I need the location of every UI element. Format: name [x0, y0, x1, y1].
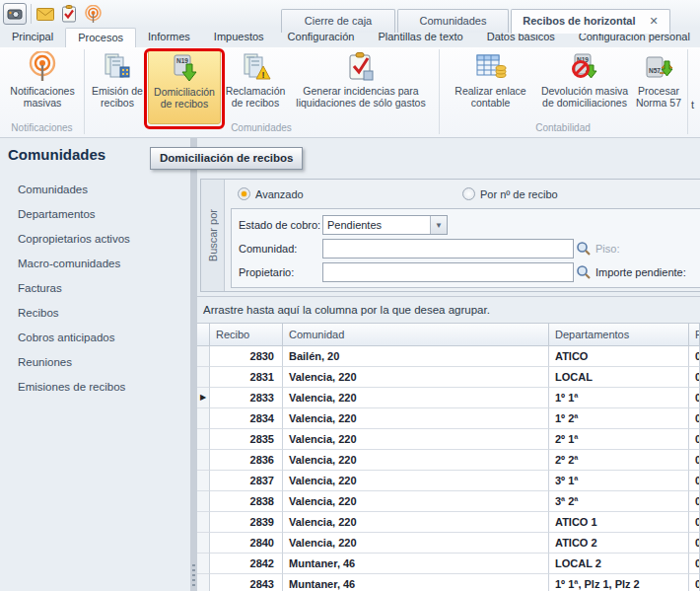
- cell-comunidad: Muntaner, 46: [283, 554, 549, 574]
- search-fields-group: Estado de cobro: Pendientes ▼ Comunidad:…: [231, 208, 700, 288]
- procesar-norma-57-button[interactable]: N57 Procesar Norma 57: [632, 49, 685, 124]
- piso-label: Piso:: [595, 243, 619, 255]
- cell-departamentos: 3ª 2ª: [549, 491, 689, 512]
- table-row[interactable]: 2839 Valencia, 220 ATICO 1 0: [197, 512, 700, 533]
- table-row[interactable]: 2840 Valencia, 220 ATICO 2 0: [197, 533, 700, 554]
- doc-tab-cierre-de-caja[interactable]: Cierre de caja: [281, 9, 395, 33]
- search-icon[interactable]: [574, 239, 594, 259]
- cell-comunidad: Valencia, 220: [283, 450, 549, 471]
- sidebar-title: Comunidades: [8, 146, 105, 163]
- comunidad-input[interactable]: [322, 239, 574, 259]
- column-header-departamentos[interactable]: Departamentos: [549, 323, 689, 346]
- cell-recibo: 2842: [210, 554, 283, 574]
- reclamacion-de-recibos-button[interactable]: ! Reclamación de recibos: [223, 49, 288, 124]
- row-gutter: [197, 408, 210, 429]
- ribbon-tab-impuestos[interactable]: Impuestos: [202, 28, 276, 47]
- sidebar-item-facturas[interactable]: Facturas: [18, 276, 130, 301]
- radio-avanzado[interactable]: Avanzado: [238, 187, 304, 200]
- close-tab-icon[interactable]: ✕: [650, 15, 659, 27]
- search-panel: Buscar por Avanzado Por nº de recibo Est…: [200, 179, 700, 292]
- grid-body: 2830 Bailén, 20 ATICO 0 2831 Valencia, 2…: [197, 346, 700, 591]
- cell-comunidad: Valencia, 220: [283, 429, 549, 450]
- sidebar-splitter[interactable]: [190, 138, 197, 591]
- radio-on-icon: [238, 187, 250, 200]
- search-icon[interactable]: [574, 262, 594, 282]
- estado-de-cobro-label: Estado de cobro:: [239, 219, 322, 231]
- table-row[interactable]: 2830 Bailén, 20 ATICO 0: [197, 346, 700, 367]
- tasks-button[interactable]: [59, 4, 79, 24]
- row-gutter: [197, 533, 210, 554]
- devolucion-masiva-button[interactable]: N19 Devolución masiva de domiciliaciones: [539, 49, 630, 124]
- radio-por-num-recibo[interactable]: Por nº de recibo: [462, 187, 558, 200]
- cell-recibo: 2836: [210, 450, 283, 471]
- table-row[interactable]: 2843 Muntaner, 46 1º 1ª, Plz 1, Plz 2 0: [197, 574, 700, 591]
- svg-text:!: !: [262, 70, 265, 80]
- realizar-enlace-contable-button[interactable]: Realizar enlace contable: [444, 49, 537, 124]
- propietario-label: Propietario:: [239, 266, 322, 278]
- sidebar-item-recibos[interactable]: Recibos: [18, 301, 130, 326]
- clipboard-check-small-icon: [61, 5, 77, 23]
- cell-f: 0: [689, 346, 700, 367]
- cell-f: 0: [689, 450, 700, 471]
- ribbon-tab-informes[interactable]: Informes: [136, 28, 202, 47]
- table-row[interactable]: 2842 Muntaner, 46 LOCAL 2 0: [197, 554, 700, 574]
- sidebar-item-emisiones-de-recibos[interactable]: Emisiones de recibos: [18, 375, 130, 400]
- app-menu-button[interactable]: [3, 3, 27, 25]
- cell-comunidad: Bailén, 20: [283, 346, 549, 367]
- cell-comunidad: Muntaner, 46: [283, 574, 549, 591]
- tooltip-text: Domiciliación de recibos: [160, 152, 293, 164]
- ribbon-button-label: Emisión de recibos: [87, 85, 148, 110]
- cell-f: 0: [689, 554, 700, 574]
- table-row-selected[interactable]: ▶ 2833 Valencia, 220 1º 1ª 0: [197, 388, 700, 408]
- comunidad-row: Comunidad: Piso:: [239, 239, 619, 259]
- column-header-recibo[interactable]: Recibo: [210, 323, 283, 346]
- n19-download-icon: N19: [169, 52, 200, 84]
- doc-tab-comunidades[interactable]: Comunidades: [397, 9, 509, 33]
- cell-f: 0: [689, 471, 700, 491]
- table-row[interactable]: 2838 Valencia, 220 3ª 2ª 0: [197, 491, 700, 512]
- group-label-notificaciones: Notificaciones: [0, 122, 84, 133]
- table-row[interactable]: 2834 Valencia, 220 1º 2ª 0: [197, 408, 700, 429]
- cell-f: 0: [689, 533, 700, 554]
- table-row[interactable]: 2835 Valencia, 220 2º 1ª 0: [197, 429, 700, 450]
- sidebar-item-departamentos[interactable]: Departamentos: [18, 202, 130, 227]
- notificaciones-masivas-button[interactable]: Notificaciones masivas: [4, 49, 81, 124]
- broadcast-button[interactable]: [83, 4, 103, 24]
- table-row[interactable]: 2836 Valencia, 220 2º 2ª 0: [197, 450, 700, 471]
- cell-comunidad: Valencia, 220: [283, 408, 549, 429]
- column-header-comunidad[interactable]: Comunidad: [283, 323, 549, 346]
- ribbon-tab-procesos[interactable]: Procesos: [65, 28, 136, 47]
- cell-f: 0: [689, 429, 700, 450]
- group-by-area[interactable]: Arrastre hasta aquí la columna por la qu…: [197, 296, 700, 323]
- table-row[interactable]: 2831 Valencia, 220 LOCAL 0: [197, 367, 700, 388]
- row-gutter: [197, 491, 210, 512]
- column-header-gutter: [197, 323, 210, 346]
- sidebar-item-reuniones[interactable]: Reuniones: [18, 350, 130, 375]
- doc-tab-recibos-de-horizontal[interactable]: Recibos de horizontal✕: [511, 9, 670, 34]
- ribbon-tab-principal[interactable]: Principal: [0, 28, 65, 47]
- ribbon-button-label: Procesar Norma 57: [632, 85, 685, 110]
- sidebar-item-comunidades[interactable]: Comunidades: [18, 178, 130, 202]
- sidebar-item-macro-comunidades[interactable]: Macro-comunidades: [18, 252, 130, 276]
- cell-recibo: 2838: [210, 491, 283, 512]
- propietario-input[interactable]: [322, 262, 574, 282]
- sidebar-item-copropietarios-activos[interactable]: Copropietarios activos: [18, 227, 130, 252]
- cell-departamentos: 2º 1ª: [549, 429, 689, 450]
- doc-tab-label: Recibos de horizontal: [523, 15, 635, 27]
- ribbon-button-label: Generar incidencias para liquidaciones d…: [292, 85, 430, 110]
- emision-de-recibos-button[interactable]: Emisión de recibos: [87, 49, 148, 124]
- comunidad-label: Comunidad:: [239, 243, 322, 255]
- cell-recibo: 2831: [210, 367, 283, 388]
- ribbon-button-label: Reclamación de recibos: [223, 85, 288, 110]
- clipboard-check-icon: [344, 51, 378, 83]
- chevron-down-icon[interactable]: ▼: [430, 216, 447, 234]
- mail-button[interactable]: [35, 4, 55, 24]
- cell-departamentos: LOCAL 2: [549, 554, 689, 574]
- column-header-f[interactable]: F: [689, 323, 700, 346]
- estado-de-cobro-select[interactable]: Pendientes ▼: [322, 215, 448, 235]
- domiciliacion-de-recibos-button[interactable]: N19 Domiciliación de recibos: [148, 49, 221, 124]
- generar-incidencias-button[interactable]: Generar incidencias para liquidaciones d…: [292, 49, 430, 124]
- sidebar-item-cobros-anticipados[interactable]: Cobros anticipados: [18, 326, 130, 350]
- n57-arrows-icon: N57: [643, 51, 674, 83]
- table-row[interactable]: 2837 Valencia, 220 3º 1ª 0: [197, 471, 700, 491]
